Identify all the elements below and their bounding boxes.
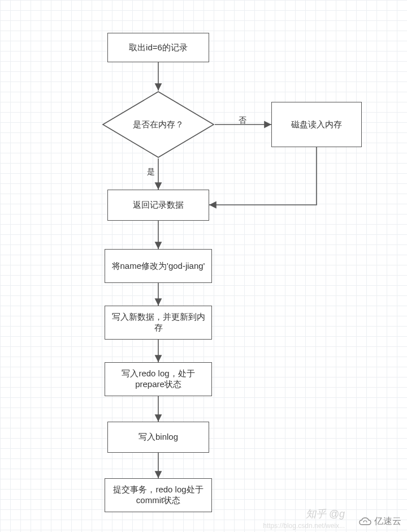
edge-label-yes: 是: [146, 167, 156, 177]
flow-node-modify-name: 将name修改为'god-jiang': [105, 249, 212, 283]
watermark-csdn: https://blog.csdn.net/weix...: [263, 522, 345, 530]
node-label: 写入新数据，并更新到内存: [111, 312, 206, 333]
flow-node-write-binlog: 写入binlog: [107, 422, 209, 453]
flow-node-commit: 提交事务，redo log处于commit状态: [105, 478, 212, 512]
node-label: 写入binlog: [138, 432, 178, 443]
decision-label: 是否在内存？: [133, 119, 184, 130]
brand-logo: 亿速云: [358, 516, 401, 527]
node-label: 写入redo log，处于prepare状态: [111, 368, 206, 390]
node-label: 将name修改为'god-jiang': [112, 261, 205, 272]
flow-node-write-new-data: 写入新数据，并更新到内存: [105, 306, 212, 340]
node-label: 提交事务，redo log处于commit状态: [111, 484, 206, 506]
brand-text: 亿速云: [374, 516, 401, 527]
flow-node-redo-log-prepare: 写入redo log，处于prepare状态: [105, 362, 212, 396]
edge-label-no: 否: [237, 115, 248, 126]
flow-decision-in-memory: 是否在内存？: [102, 91, 215, 158]
flow-node-disk-read: 磁盘读入内存: [271, 102, 362, 147]
watermark-zhihu: 知乎 @g: [306, 507, 345, 521]
node-label: 返回记录数据: [133, 200, 184, 211]
flow-node-fetch-record: 取出id=6的记录: [107, 33, 209, 62]
flow-node-return-record: 返回记录数据: [107, 190, 209, 221]
cloud-icon: [358, 517, 372, 527]
node-label: 取出id=6的记录: [129, 42, 188, 53]
node-label: 磁盘读入内存: [291, 119, 342, 130]
